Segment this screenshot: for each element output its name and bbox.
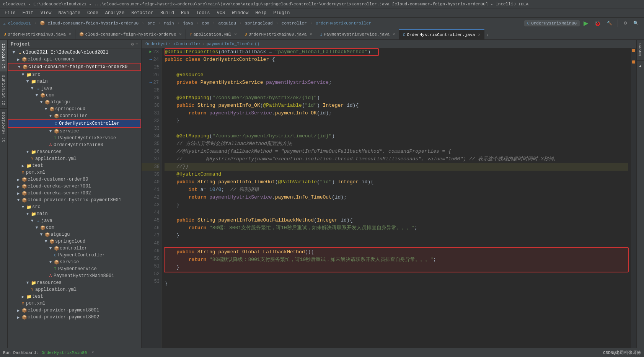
tree-item-payment8001[interactable]: ▶ 📦 cloud-provider-payment8001 [8, 307, 141, 314]
settings-button[interactable]: ⚙ [621, 20, 629, 27]
tree-item-pom2[interactable]: M pom.xml [8, 300, 141, 307]
ln-33: 33 [154, 126, 160, 131]
tree-item-com2[interactable]: ▼ 📦 com [8, 224, 141, 231]
project-tab[interactable]: 1: Project [0, 40, 7, 72]
class-selector[interactable]: OrderHystrixController [316, 21, 371, 26]
springcloud-selector[interactable]: springcloud [245, 21, 273, 26]
tree-item-com[interactable]: ▼ 📦 com [8, 92, 141, 99]
tree-item-resources[interactable]: ▼ 📁 resources [8, 148, 141, 155]
tree-item-controller[interactable]: ▼ 📦 controller [8, 112, 141, 119]
test-icon: 📁 [26, 293, 32, 300]
sidebar-collapse-icon[interactable]: – [135, 41, 138, 47]
tree-item-atguigu[interactable]: ▼ 📦 atguigu [8, 99, 141, 106]
project-selector[interactable]: ☁ cloud2021 [3, 21, 31, 26]
tree-item-app-yml[interactable]: Y application.yml [8, 155, 141, 162]
tree-item-PaymentHystrixMain8001[interactable]: A PaymentHystrixMain8001 [8, 272, 141, 279]
menu-plugin[interactable]: Plugin [270, 10, 293, 16]
menu-refactor[interactable]: Refactor [128, 10, 157, 16]
menu-vcs[interactable]: VCS [214, 10, 228, 16]
tab-close[interactable]: × [235, 33, 237, 37]
tree-item-eureka7002[interactable]: ▶ 📦 cloud-eureka-server7002 [8, 190, 141, 197]
tree-item-service2[interactable]: ▼ 📦 service [8, 259, 141, 266]
bc-controller[interactable]: OrderHystrixController [145, 42, 201, 46]
structure-tab[interactable]: 2: Structure [0, 72, 7, 108]
menu-navigate[interactable]: Navigate [55, 10, 83, 16]
tab-close-active[interactable]: × [478, 33, 480, 37]
run-button[interactable]: ▶ [581, 18, 590, 28]
debug-button[interactable]: 🐞 [592, 19, 603, 28]
tab-application-yml[interactable]: Y application.yml × [186, 29, 241, 39]
run-close-icon[interactable]: × [91, 350, 94, 355]
tree-item-atguigu2[interactable]: ▼ 📦 atguigu [8, 231, 141, 238]
tab-paymentHystrixService[interactable]: I PaymentHystrixService.java × [316, 29, 399, 39]
controller-selector[interactable]: controller [282, 21, 307, 26]
menu-file[interactable]: File [2, 10, 19, 16]
tree-item-src2[interactable]: ▼ 📁 src [8, 204, 141, 210]
tree-item-controller2[interactable]: ▼ 📦 controller [8, 245, 141, 252]
menu-tools[interactable]: Tools [193, 10, 213, 16]
ln-32: 32 [154, 118, 160, 124]
menu-build[interactable]: Build [157, 10, 177, 16]
tree-item-service[interactable]: ▼ 📦 service [8, 128, 141, 135]
build-button[interactable]: 🔨 [605, 20, 615, 27]
tab-orderHystrixMain80[interactable]: J OrderHystrixMain80.java × [0, 29, 75, 39]
tree-item-eureka7001[interactable]: ▶ 📦 cloud-eureka-server7001 [8, 183, 141, 190]
tree-item-test[interactable]: ▶ 📁 test [8, 162, 141, 169]
run-config-selector[interactable]: C OrderHystrixMain80 [524, 20, 580, 26]
tree-item-OrderHystrixController[interactable]: C OrderHystrixController [8, 119, 141, 128]
tree-item-provider-hystrix[interactable]: ▼ 📦 cloud-provider-hystrix-payment8001 [8, 197, 141, 204]
menu-run[interactable]: Run [178, 10, 192, 16]
tab-overflow[interactable]: ⁴ [484, 34, 490, 39]
menu-edit[interactable]: Edit [20, 10, 37, 16]
tree-item-main[interactable]: ▼ 📁 main [8, 78, 141, 85]
tab-close[interactable]: × [179, 33, 182, 37]
tree-item-feign-hystrix[interactable]: ▼ 📦 cloud-consumer-feign-hystrix-order80 [8, 63, 141, 71]
tree-item-PaymentService[interactable]: I PaymentService [8, 266, 141, 272]
tree-item-PaymentController[interactable]: C PaymentController [8, 252, 141, 259]
tree-item-pom[interactable]: M pom.xml [8, 169, 141, 176]
tree-item-cloud2021[interactable]: ▼ ☁ cloud2021 E:\IdeaCode\cloud2021 [8, 49, 141, 56]
main-selector[interactable]: main [164, 21, 174, 26]
code-text[interactable]: @DefaultProperties(defaultFallback = "pa… [161, 48, 631, 348]
class-icon: C [52, 252, 58, 258]
tab-class-icon: C [403, 33, 405, 37]
tree-item-src[interactable]: ▼ 📁 src [8, 71, 141, 78]
tab-orderHystrixMain80-2[interactable]: J OrderHystrixMain80.java × [241, 29, 316, 39]
menu-help[interactable]: Help [252, 10, 269, 16]
tab-module[interactable]: 📦 cloud-consumer-feign-hystrix-order80 × [75, 29, 186, 39]
tree-item-payment8002[interactable]: ▶ 📦 cloud-provider-payment8002 [8, 314, 141, 321]
search-button[interactable]: 🔍 [631, 20, 641, 27]
menu-analyze[interactable]: Analyze [102, 10, 127, 16]
code-line-42: return paymentHystrixService.paymentInfo… [165, 194, 628, 201]
run-config-link[interactable]: OrderHystrixMain80 [41, 350, 87, 355]
tab-close[interactable]: × [310, 33, 312, 37]
tree-item-springcloud[interactable]: ▼ 📦 springcloud [8, 106, 141, 112]
tree-item-resources2[interactable]: ▼ 📁 resources [8, 279, 141, 286]
tab-orderHystrixController[interactable]: C OrderHystrixController.java × [399, 29, 484, 39]
tree-item-test2[interactable]: ▶ 📁 test [8, 293, 141, 300]
menu-window[interactable]: Window [229, 10, 251, 16]
sidebar-settings-icon[interactable]: ⚙ [131, 41, 134, 47]
menu-code[interactable]: Code [84, 10, 101, 16]
gradle-tab[interactable]: ► [637, 60, 644, 72]
tree-item-java2[interactable]: ▼ ☕ java [8, 217, 141, 224]
tree-item-java[interactable]: ▼ ☕ java [8, 85, 141, 92]
java-selector[interactable]: java [183, 21, 193, 26]
maven-tab[interactable]: Maven [637, 40, 644, 59]
atguigu-selector[interactable]: atguigu [218, 21, 236, 26]
bc-method[interactable]: paymentInfo_TimeOut() [207, 42, 260, 46]
menu-view[interactable]: View [37, 10, 55, 16]
tree-item-main2[interactable]: ▼ 📁 main [8, 210, 141, 217]
favorites-tab[interactable]: 3: Favorites [0, 108, 7, 145]
tree-item-OrderHystrixMain80[interactable]: A OrderHystrixMain80 [8, 142, 141, 148]
tab-close[interactable]: × [69, 33, 71, 37]
module-selector[interactable]: 📦 cloud-consumer-feign-hystrix-order80 [40, 21, 139, 26]
tree-item-app-yml2[interactable]: Y application.yml [8, 286, 141, 293]
com-selector[interactable]: com [202, 21, 210, 26]
tree-item-springcloud2[interactable]: ▼ 📦 springcloud [8, 238, 141, 245]
tree-item-customer-order80[interactable]: ▶ 📦 cloud-customer-order80 [8, 176, 141, 183]
tree-item-api-commons[interactable]: ▶ 📦 cloud-api-commons [8, 56, 141, 63]
source-selector[interactable]: src [147, 21, 155, 26]
tree-item-PaymentHystrixService[interactable]: I PaymentHystrixService [8, 135, 141, 142]
tab-close[interactable]: × [393, 33, 395, 37]
